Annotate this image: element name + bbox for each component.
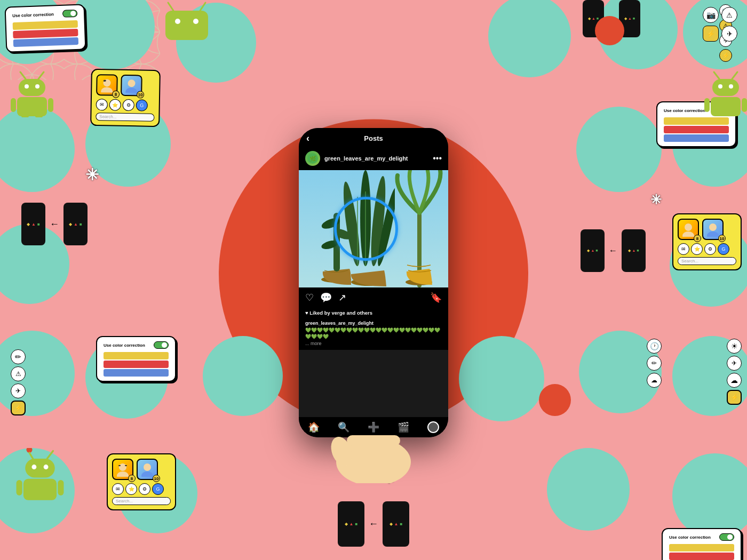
color-correction-widget-left[interactable]: Use color correction (96, 336, 176, 382)
icon-trc-warning[interactable]: ⚠ (721, 7, 737, 23)
svg-rect-38 (165, 11, 208, 40)
icon-star[interactable]: ⭐ (125, 483, 137, 495)
svg-line-9 (38, 72, 44, 79)
android-phone-top-center (155, 0, 219, 43)
like-button[interactable]: ♡ (305, 292, 314, 303)
small-phones-right-mid: ◆ ▲ ■ ← ◆ ▲ ■ (581, 229, 646, 272)
svg-point-23 (44, 465, 49, 469)
icon-r-1[interactable]: ✉ (678, 243, 689, 255)
ccw-title-2: Use color correction (104, 341, 169, 349)
svg-point-51 (685, 223, 692, 231)
svg-line-19 (29, 453, 33, 459)
ccw-stripes (13, 20, 79, 47)
pencil-icon[interactable]: ✏ (11, 349, 26, 364)
svg-point-52 (682, 231, 694, 237)
icon-clock[interactable]: 🕐 (647, 339, 662, 354)
warning-icon[interactable]: ⚠ (11, 366, 26, 381)
badge-1: 8 (128, 475, 136, 482)
icon-airplane-r[interactable]: ✈ (727, 356, 742, 371)
phone-body: ‹ Posts 🌿 green_leaves_are_my_delight ••… (299, 128, 448, 437)
icon-tr-lightning[interactable]: ⚡ (719, 49, 732, 62)
more-options[interactable]: ••• (433, 154, 442, 163)
color-correction-widget-top-left[interactable]: Use color correction (5, 4, 86, 52)
icon-cloud[interactable]: ☁ (727, 373, 742, 388)
icon-tl-3[interactable]: ⚙ (123, 99, 134, 111)
svg-point-40 (193, 19, 198, 24)
ig-avatar[interactable]: 🌿 (305, 151, 320, 166)
right-icons-cluster: ☀ ✈ ☁ ⚡ (727, 339, 742, 405)
ccw-stripes-right (664, 117, 729, 142)
icon-trc-airplane[interactable]: ✈ (721, 26, 737, 42)
top-right-icons: 📷 ⚠ ⚡ ✈ (698, 3, 742, 46)
svg-point-36 (128, 79, 135, 87)
icon-sun[interactable]: ☀ (727, 339, 742, 354)
icon-pencil-r[interactable]: ✏ (647, 356, 662, 371)
ig-username[interactable]: green_leaves_are_my_delight (324, 155, 408, 162)
android-robot-bottom-left (16, 448, 64, 503)
stripe-red (13, 29, 78, 38)
back-button[interactable]: ‹ (306, 133, 309, 144)
stripe-blue-2 (104, 369, 169, 377)
svg-point-53 (709, 223, 717, 231)
icon-lightning-r[interactable]: ⚡ (727, 390, 742, 405)
stripe-blue-r (664, 134, 729, 142)
svg-line-41 (168, 3, 173, 11)
ig-profile-bar: 🌿 green_leaves_are_my_delight ••• (299, 147, 448, 170)
teal-circle-21 (547, 448, 630, 531)
svg-rect-29 (118, 465, 121, 466)
blue-circle-annotation (334, 197, 398, 261)
svg-line-43 (714, 72, 719, 79)
avatar-widget-right[interactable]: 8 10 ✉ ⭐ ⚙ G Search... (672, 213, 742, 270)
comment-button[interactable]: 💬 (320, 292, 332, 303)
small-phone-bc-left: ◆ ▲ ■ (338, 501, 364, 547)
svg-rect-48 (711, 97, 741, 116)
icon-google[interactable]: G (152, 483, 164, 495)
icon-gear[interactable]: ⚙ (139, 483, 150, 495)
small-phone-left: ◆ ▲ ■ (21, 203, 45, 245)
color-correction-widget-bottom-right[interactable]: Use color correction (662, 528, 742, 560)
ccw-title-br: Use color correction (669, 533, 734, 541)
svg-point-37 (125, 87, 137, 93)
ccw-stripes-2 (104, 352, 169, 377)
android-robot-top-left (11, 69, 53, 119)
avatar-widget-top-left[interactable]: 8 10 ✉ ⭐ ⚙ G Search... (90, 69, 161, 127)
svg-rect-24 (23, 479, 57, 500)
icon-cloud-r[interactable]: ☁ (647, 373, 662, 388)
phone-screen: ‹ Posts 🌿 green_leaves_are_my_delight ••… (299, 128, 448, 437)
icon-tl-1[interactable]: ✉ (96, 99, 108, 110)
svg-line-20 (47, 451, 53, 459)
icon-r-4[interactable]: G (718, 243, 729, 255)
icon-tl-2[interactable]: ⭐ (109, 99, 121, 110)
left-icons-cluster: ✏ ⚠ ✈ ⚡ (11, 349, 26, 415)
color-correction-toggle[interactable] (62, 10, 77, 18)
svg-point-54 (707, 231, 719, 237)
badge-2: 10 (153, 475, 160, 482)
color-correction-toggle-br[interactable] (719, 533, 734, 541)
ig-post-image (299, 170, 448, 287)
small-phone-right: ◆ ▲ ■ (63, 203, 88, 245)
bookmark-button[interactable]: 🔖 (430, 292, 442, 303)
icon-r-2[interactable]: ⭐ (691, 243, 703, 255)
stripe-red-r (664, 126, 729, 133)
icon-r-3[interactable]: ⚙ (704, 243, 716, 255)
svg-point-39 (175, 19, 180, 24)
icon-trc-lightning[interactable]: ⚡ (703, 26, 719, 42)
ccw-title: Use color correction (12, 10, 77, 19)
svg-rect-16 (21, 115, 29, 117)
airplane-icon[interactable]: ✈ (11, 383, 26, 398)
svg-point-34 (101, 87, 113, 92)
svg-rect-25 (17, 480, 22, 495)
share-button[interactable]: ↗ (338, 292, 346, 303)
icon-tl-4[interactable]: G (136, 99, 148, 111)
ig-caption: green_leaves_are_my_delight 💚💚💚💚💚💚💚💚💚💚💚💚… (299, 318, 448, 350)
badge-r-1: 8 (694, 235, 701, 242)
color-correction-toggle-2[interactable] (154, 341, 169, 349)
icon-trc-camera[interactable]: 📷 (703, 7, 719, 23)
icon-envelope[interactable]: ✉ (112, 483, 124, 495)
avatar-widget-bottom-left[interactable]: 8 10 ✉ ⭐ ⚙ G Search... (107, 453, 176, 510)
stripe-red-br (669, 553, 734, 560)
svg-rect-30 (125, 465, 127, 466)
lightning-icon[interactable]: ⚡ (11, 401, 26, 415)
svg-rect-15 (48, 98, 53, 112)
svg-point-11 (25, 84, 29, 89)
